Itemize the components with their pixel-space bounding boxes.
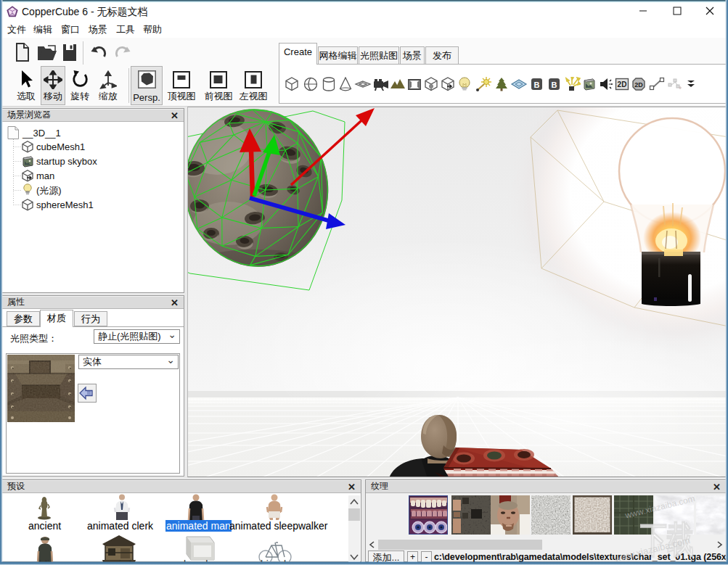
svg-text:cubeMesh1: cubeMesh1 xyxy=(36,141,85,152)
svg-text:2D: 2D xyxy=(618,81,627,88)
svg-text:(光源): (光源) xyxy=(36,185,62,196)
svg-text:B: B xyxy=(552,81,557,89)
svg-text:__3D__1: __3D__1 xyxy=(22,128,61,139)
svg-text:B: B xyxy=(534,81,540,89)
svg-text:sphereMesh1: sphereMesh1 xyxy=(36,199,94,210)
svg-text:2D: 2D xyxy=(634,81,643,88)
svg-text:man: man xyxy=(36,170,54,181)
svg-text:startup skybox: startup skybox xyxy=(36,156,97,167)
